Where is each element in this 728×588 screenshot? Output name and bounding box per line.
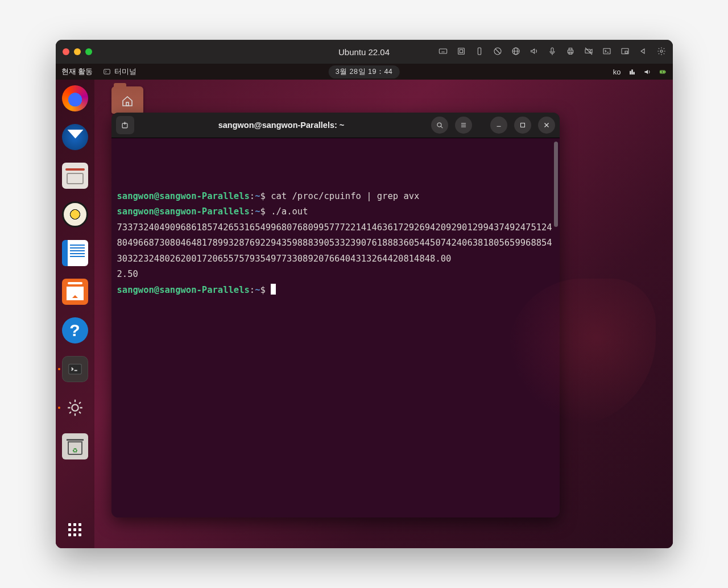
svg-rect-20 <box>603 48 610 53</box>
battery-icon <box>659 68 667 76</box>
dock-trash[interactable]: ♻ <box>62 433 88 459</box>
dock: ? ♻ <box>56 80 94 548</box>
dock-writer[interactable] <box>62 240 88 266</box>
svg-rect-6 <box>458 48 464 54</box>
scrollbar-thumb[interactable] <box>554 142 558 227</box>
clock-button[interactable]: 3월 28일 19：44 <box>329 65 400 78</box>
dock-help[interactable]: ? <box>62 317 88 343</box>
svg-rect-7 <box>460 49 462 52</box>
printer-icon[interactable] <box>566 47 575 57</box>
volume-icon[interactable] <box>530 47 539 57</box>
globe-icon[interactable] <box>511 47 520 57</box>
terminal-line: sangwon@sangwon-Parallels:~$ cat /proc/c… <box>117 189 554 205</box>
terminal-line: 2.50 <box>117 267 554 283</box>
dock-thunderbird[interactable] <box>62 124 88 150</box>
minimize-button[interactable] <box>74 48 81 55</box>
svg-rect-13 <box>551 48 553 52</box>
traffic-lights <box>63 48 92 55</box>
terminal-icon[interactable] <box>602 47 611 57</box>
terminal-window: sangwon@sangwon-Parallels: ~ sangwon@san… <box>111 113 560 517</box>
terminal-line: sangwon@sangwon-Parallels:~$ ./a.out <box>117 204 554 220</box>
camera-off-icon[interactable] <box>584 47 593 57</box>
pip-icon[interactable] <box>621 47 630 57</box>
svg-point-24 <box>660 50 663 52</box>
dock-software[interactable] <box>62 279 88 305</box>
shield-icon[interactable] <box>493 47 502 57</box>
play-icon[interactable] <box>639 47 648 57</box>
dock-files[interactable] <box>62 163 88 189</box>
dock-terminal[interactable] <box>62 356 88 382</box>
parallels-toolbar-icons <box>439 47 666 57</box>
app-menu[interactable]: 터미널 <box>103 67 136 77</box>
svg-rect-29 <box>68 364 81 374</box>
terminal-titlebar: sangwon@sangwon-Parallels: ~ <box>111 113 560 138</box>
close-button[interactable] <box>63 48 69 55</box>
network-icon <box>628 68 636 76</box>
desktop-area: ? ♻ sangwon@sangwon-Parallels: ~ <box>56 80 673 548</box>
mac-window-title: Ubuntu 22.04 <box>338 47 390 57</box>
dock-rhythmbox[interactable] <box>62 201 88 227</box>
mac-titlebar: Ubuntu 22.04 <box>56 40 673 64</box>
maximize-button[interactable] <box>85 48 92 55</box>
activities-button[interactable]: 현재 활동 <box>61 67 93 77</box>
gnome-topbar: 현재 활동 터미널 3월 28일 19：44 ko <box>56 64 673 80</box>
svg-line-19 <box>585 48 592 55</box>
terminal-title: sangwon@sangwon-Parallels: ~ <box>139 121 424 130</box>
svg-rect-0 <box>439 49 446 53</box>
fullscreen-icon[interactable] <box>457 47 466 57</box>
apps-grid-button[interactable] <box>62 516 88 543</box>
device-icon[interactable] <box>475 47 484 57</box>
terminal-line: 7337324049096861857426531654996807680995… <box>117 220 554 267</box>
svg-rect-42 <box>520 123 524 127</box>
running-dot <box>58 368 60 370</box>
search-button[interactable] <box>431 117 448 134</box>
svg-rect-15 <box>568 50 573 53</box>
desktop[interactable]: sangwon@sangwon-Parallels: ~ sangwon@san… <box>94 80 673 548</box>
cursor <box>271 284 276 295</box>
minimize-button[interactable] <box>490 117 507 134</box>
home-folder-icon[interactable] <box>111 86 143 114</box>
new-tab-button[interactable] <box>116 116 134 134</box>
app-menu-label: 터미널 <box>114 67 136 77</box>
input-lang[interactable]: ko <box>613 68 621 76</box>
svg-rect-32 <box>126 102 129 106</box>
volume-icon <box>643 68 652 76</box>
parallels-window: Ubuntu 22.04 현재 활동 터미널 3월 28일 19：44 <box>56 40 673 548</box>
dock-firefox[interactable] <box>62 85 88 111</box>
svg-point-31 <box>72 404 78 411</box>
svg-rect-23 <box>625 51 628 53</box>
svg-rect-25 <box>104 69 110 74</box>
terminal-line: sangwon@sangwon-Parallels:~$ <box>117 283 554 299</box>
dock-settings[interactable] <box>62 395 88 421</box>
maximize-button[interactable] <box>514 117 531 134</box>
svg-line-37 <box>441 126 442 128</box>
close-button[interactable] <box>538 117 555 134</box>
svg-point-36 <box>437 123 441 127</box>
svg-rect-8 <box>478 48 481 55</box>
gear-icon[interactable] <box>657 47 666 57</box>
topbar-left: 현재 활동 터미널 <box>61 67 137 77</box>
keyboard-icon[interactable] <box>439 47 448 57</box>
menu-button[interactable] <box>455 117 472 134</box>
terminal-body[interactable]: sangwon@sangwon-Parallels:~$ cat /proc/c… <box>111 138 560 517</box>
terminal-icon <box>103 68 111 76</box>
running-dot <box>58 407 60 409</box>
svg-rect-27 <box>665 71 665 73</box>
mic-icon[interactable] <box>548 47 557 57</box>
system-tray[interactable]: ko <box>613 68 667 76</box>
svg-rect-16 <box>569 48 572 49</box>
